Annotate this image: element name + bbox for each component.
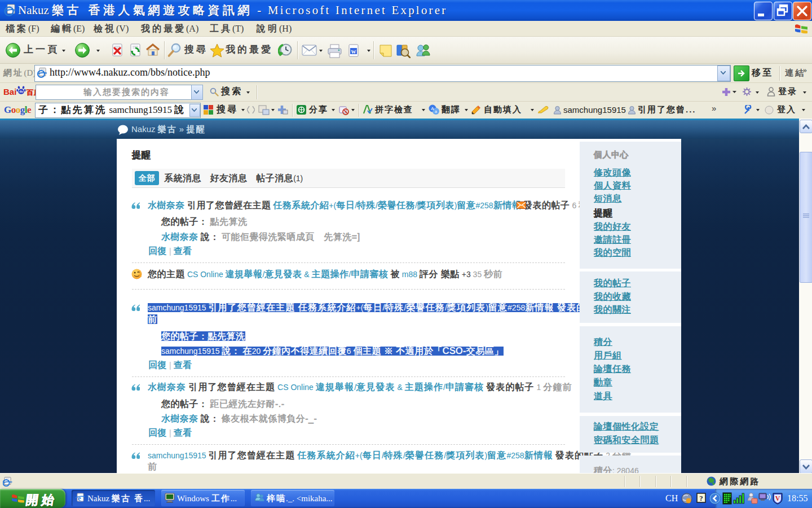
svg-text:A: A — [431, 106, 434, 111]
svg-text:du: du — [19, 90, 23, 93]
svg-text:e: e — [78, 494, 81, 502]
svg-text:V: V — [775, 494, 780, 502]
svg-text:?: ? — [699, 494, 703, 502]
svg-text:W: W — [351, 49, 356, 55]
svg-text:a: a — [435, 110, 437, 113]
